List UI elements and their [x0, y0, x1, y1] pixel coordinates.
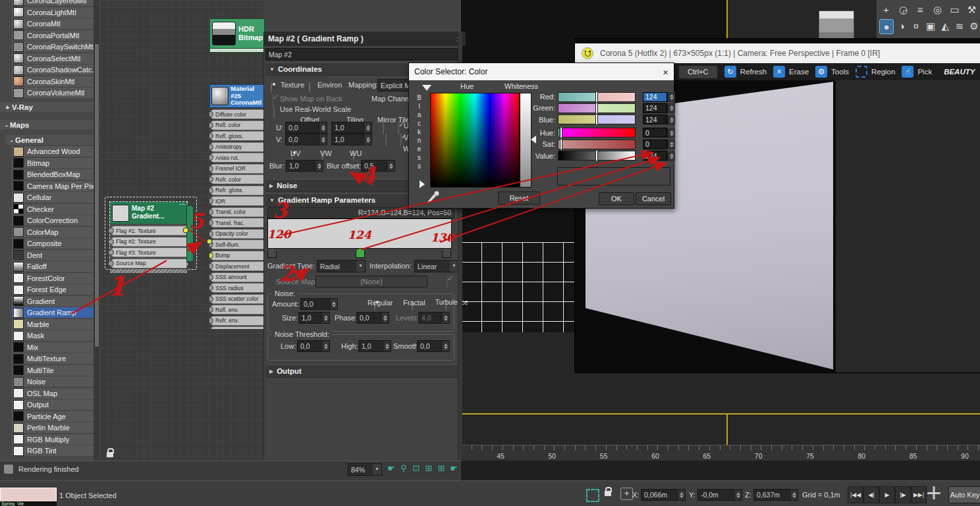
view-tool-icon[interactable]: ⊞ — [436, 463, 447, 474]
node-input-slot[interactable]: SSS radius — [209, 283, 265, 293]
scene-cube-object[interactable] — [819, 11, 854, 41]
vfb-erase-label[interactable]: Erase — [789, 68, 809, 76]
view-tool-icon[interactable]: ⊡ — [411, 463, 422, 474]
channel-value-field[interactable]: 124 — [643, 103, 667, 113]
interpolation-dropdown[interactable]: Linear▼ — [414, 260, 459, 272]
group-maps[interactable]: - Maps — [0, 120, 100, 130]
v-tile-checkbox[interactable] — [400, 134, 402, 146]
node-input-slot[interactable]: Flag #2: Texture — [110, 237, 187, 247]
browser-material-item[interactable]: CoronaMtl — [12, 18, 94, 29]
rollout-output[interactable]: ▶Output — [265, 365, 462, 378]
browser-map-item[interactable]: Checker — [12, 204, 94, 215]
command-panel-category-icon[interactable]: ¤ — [910, 19, 923, 33]
color-selector-titlebar[interactable]: Color Selector: Color × — [409, 63, 674, 80]
vfb-copy-button[interactable]: Ctrl+C — [678, 65, 718, 79]
channel-slider-high[interactable] — [562, 139, 636, 149]
view-tool-icon[interactable]: ⊞ — [423, 463, 434, 474]
region-icon[interactable] — [856, 66, 867, 78]
channel-value-field[interactable]: 124 — [643, 92, 667, 102]
channel-spinner[interactable] — [667, 151, 675, 161]
vfb-pick-label[interactable]: Pick — [917, 68, 932, 76]
node-collapse-icon[interactable]: — — [179, 201, 185, 207]
browser-map-item[interactable]: ColorCorrection — [12, 215, 94, 226]
slot-socket-icon[interactable] — [209, 231, 213, 237]
command-panel-tab-icon[interactable]: ▭ — [948, 3, 962, 16]
browser-map-item[interactable]: Gradient Ramp — [12, 307, 94, 318]
browser-map-item[interactable]: Gradient — [12, 296, 94, 307]
blur-offset-field[interactable]: 0,5 — [361, 160, 395, 172]
u-tiling-field[interactable]: 1,0 — [331, 122, 372, 134]
node-input-slot[interactable]: Refl. gloss. — [209, 131, 265, 141]
browser-map-item[interactable]: Camera Map Per Pixel — [12, 181, 94, 191]
slot-socket-icon[interactable] — [209, 209, 213, 215]
reset-button[interactable]: Reset — [498, 191, 540, 205]
node-input-slot[interactable]: Anisotropy — [209, 142, 265, 152]
v-tiling-field[interactable]: 1,0 — [331, 134, 372, 145]
slot-socket-icon[interactable] — [209, 274, 213, 280]
command-panel-category-icon[interactable]: ◭ — [939, 19, 952, 33]
transform-gizmo-icon[interactable]: + — [620, 488, 633, 500]
channel-value-field[interactable]: 0 — [643, 128, 667, 138]
node-input-slot[interactable]: Flag #1: Texture — [110, 226, 187, 236]
node-output-tab[interactable] — [186, 205, 194, 262]
pick-hand-icon[interactable]: ☝ — [902, 66, 913, 78]
transport-button[interactable]: ▶ — [879, 486, 895, 503]
command-panel-tab-icon[interactable]: ⚒ — [965, 3, 979, 16]
browser-map-item[interactable]: OSL Map — [12, 388, 94, 399]
gradient-flag-middle[interactable] — [356, 248, 365, 258]
group-general[interactable]: - General — [5, 135, 100, 145]
hue-marker-icon[interactable] — [422, 85, 431, 91]
texture-radio[interactable] — [271, 81, 272, 93]
phase-field[interactable]: 0,0 — [356, 312, 389, 324]
channel-slider-low[interactable] — [558, 151, 596, 161]
browser-material-item[interactable]: CoronaPortalMtl — [12, 30, 94, 41]
current-color-swatch[interactable] — [557, 167, 670, 186]
browser-map-item[interactable]: Marble — [12, 319, 94, 330]
browser-map-item[interactable]: Noise — [12, 376, 94, 387]
environ-radio[interactable] — [309, 81, 310, 93]
browser-map-item[interactable]: Falloff — [12, 261, 94, 272]
refresh-icon[interactable]: ↻ — [724, 66, 736, 78]
command-panel-category-icon[interactable]: ▣ — [924, 19, 937, 33]
channel-spinner[interactable] — [667, 128, 675, 138]
amount-field[interactable]: 0,0 — [300, 298, 338, 310]
slot-socket-icon[interactable] — [209, 144, 213, 150]
browser-scrollbar[interactable] — [94, 0, 99, 461]
command-panel-category-icon[interactable]: ◑ — [895, 19, 908, 33]
slot-socket-icon[interactable] — [209, 253, 213, 259]
channel-value-field[interactable]: 124 — [643, 114, 667, 124]
slot-socket-icon[interactable] — [108, 249, 114, 255]
node-input-slot[interactable]: SSS amount — [209, 272, 265, 282]
u-mirror-checkbox[interactable] — [383, 122, 384, 134]
auto-key-button[interactable]: Auto Key — [948, 486, 980, 503]
transport-button[interactable]: |◀◀ — [848, 486, 863, 503]
slot-socket-icon[interactable] — [209, 318, 213, 324]
browser-map-item[interactable]: Mask — [12, 330, 94, 341]
browser-material-item[interactable]: CoronaSkinMtl — [12, 76, 94, 87]
editor-lock-icon[interactable] — [107, 447, 113, 457]
add-time-tag-icon[interactable]: + — [922, 482, 946, 505]
command-panel-tab-icon[interactable]: + — [879, 3, 893, 16]
browser-map-item[interactable]: Cellular — [12, 192, 94, 203]
command-panel-tab-icon[interactable]: ◶ — [896, 3, 910, 16]
gradient-type-dropdown[interactable]: Radial▼ — [317, 260, 366, 272]
node-hdr-bitmap[interactable]: HDR Bitmap — [209, 18, 265, 53]
vfb-region-label[interactable]: Region — [871, 68, 895, 76]
view-tool-icon[interactable]: ☛ — [449, 463, 459, 474]
channel-slider-high[interactable] — [597, 92, 636, 102]
node-input-slot[interactable]: Absorb. color — [209, 326, 265, 329]
browser-map-item[interactable]: Particle Age — [12, 411, 94, 422]
gradient-flag-right[interactable] — [442, 248, 451, 258]
browser-material-item[interactable]: CoronaVolumeMtl — [12, 88, 94, 98]
ok-button[interactable]: OK — [599, 192, 634, 205]
node-input-slot[interactable]: Opacity color — [209, 229, 265, 239]
node-input-slot[interactable]: Refr. gloss. — [209, 186, 265, 195]
levels-field[interactable]: 4,0 — [418, 312, 450, 324]
browser-map-item[interactable]: RGB Multiply — [12, 434, 94, 445]
node-input-slot[interactable]: Fresnel IOR — [209, 164, 265, 174]
channel-spinner[interactable] — [667, 115, 675, 125]
param-panel-titlebar[interactable]: Map #2 ( Gradient Ramp ) × — [264, 32, 466, 46]
channel-slider-high[interactable] — [597, 114, 636, 124]
gradient-ramp-bar[interactable] — [267, 218, 452, 249]
tools-gear-icon[interactable]: ⚙ — [815, 66, 827, 78]
